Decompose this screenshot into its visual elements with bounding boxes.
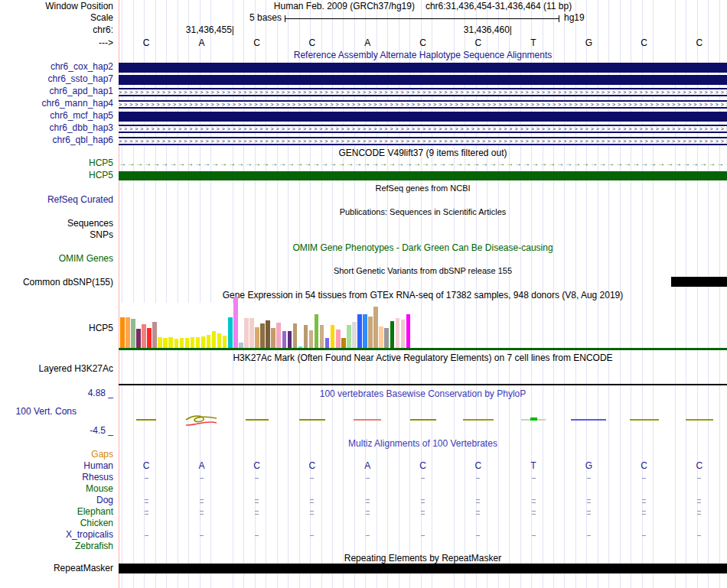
hcp5-exon-bar[interactable] (119, 171, 727, 180)
gtex-tissue-bar[interactable] (168, 337, 173, 348)
gtex-tissue-bar[interactable] (201, 336, 206, 348)
gtex-tissue-bar[interactable] (244, 318, 249, 348)
gtex-tissue-bar[interactable] (288, 331, 292, 348)
gencode-hcp5-bar-label[interactable]: HCP5 (0, 171, 113, 180)
multiz-species-label[interactable]: X_tropicalis (0, 530, 113, 540)
gencode-hcp5-arrow-label[interactable]: HCP5 (0, 158, 113, 168)
gtex-tissue-bar[interactable] (315, 314, 319, 348)
refseq-curated-label[interactable]: RefSeq Curated (0, 195, 113, 205)
gencode-section-title[interactable]: GENCODE V49lift37 (9 items filtered out) (119, 148, 727, 158)
publications-section-title[interactable]: Publications: Sequences in Scientific Ar… (119, 207, 727, 217)
althap-solid-bar[interactable] (119, 63, 727, 73)
multiz-species-label[interactable]: Chicken (0, 518, 113, 528)
gtex-tissue-bar[interactable] (174, 339, 179, 348)
althap-track-label[interactable]: chr6_mcf_hap5 (0, 111, 113, 121)
gtex-tissue-bar[interactable] (147, 328, 152, 348)
multiz-species-label[interactable]: Gaps (0, 450, 113, 460)
gtex-tissue-bar[interactable] (293, 323, 298, 348)
althap-track-label[interactable]: chr6_cox_hap2 (0, 62, 113, 72)
multiz-species-label[interactable]: Elephant (0, 507, 113, 517)
omim-genes-label[interactable]: OMIM Genes (0, 254, 113, 264)
gtex-tissue-bar[interactable] (266, 320, 270, 348)
gtex-tissue-bar[interactable] (271, 328, 275, 348)
dbsnp-variant-bar[interactable] (671, 277, 727, 287)
multiz-species-label[interactable]: Mouse (0, 484, 113, 494)
gtex-tissue-bar[interactable] (282, 331, 287, 348)
gtex-tissue-bar[interactable] (196, 337, 200, 348)
snps-label[interactable]: SNPs (0, 230, 113, 240)
althap-chevron-bar[interactable]: >>>>>>>>>>>>>>>>>>>>>>>>>>>>>>>>>>>>>>>>… (119, 100, 727, 109)
gtex-tissue-bar[interactable] (120, 317, 125, 348)
gtex-section-title[interactable]: Gene Expression in 54 tissues from GTEx … (119, 291, 727, 300)
gtex-tissue-bar[interactable] (152, 322, 157, 348)
common-dbsnp-label[interactable]: Common dbSNP(155) (0, 278, 113, 288)
gtex-tissue-bar[interactable] (347, 325, 351, 348)
sequences-label[interactable]: Sequences (0, 219, 113, 229)
refseq-section-title[interactable]: RefSeq genes from NCBI (119, 184, 727, 193)
repeatmasker-element-bar[interactable] (119, 564, 727, 573)
hcp5-intron-arrow-line[interactable]: →→→→→→→→→→→→→→→→→→→→→→→→→→→→→→→→→→→→→→→→… (119, 159, 727, 167)
gtex-tissue-bar[interactable] (217, 333, 222, 348)
gtex-tissue-bar[interactable] (325, 338, 330, 348)
multiz-species-label[interactable]: Zebrafish (0, 541, 113, 551)
gtex-tissue-bar[interactable] (357, 314, 362, 348)
h3k27ac-label[interactable]: Layered H3K27Ac (0, 364, 113, 374)
gtex-tissue-bar[interactable] (373, 307, 378, 348)
gtex-tissue-bar[interactable] (223, 336, 227, 348)
althap-track-label[interactable]: chr6_apd_hap1 (0, 86, 113, 96)
althap-section-title[interactable]: Reference Assembly Alternate Haplotype S… (119, 50, 727, 60)
gtex-tissue-bar[interactable] (309, 330, 314, 348)
gtex-tissue-bar[interactable] (260, 323, 265, 348)
gtex-tissue-bar[interactable] (384, 328, 389, 348)
multiz-species-label[interactable]: Rhesus (0, 473, 113, 482)
phylop-track-label[interactable]: 100 Vert. Cons (0, 407, 77, 417)
gtex-tissue-bar[interactable] (320, 325, 324, 348)
gtex-tissue-bar[interactable] (390, 321, 395, 348)
althap-solid-bar[interactable] (119, 112, 727, 122)
gtex-tissue-bar[interactable] (406, 314, 411, 348)
phylop-section-title[interactable]: 100 vertebrates Basewise Conservation by… (119, 389, 727, 399)
althap-solid-bar[interactable] (119, 75, 727, 85)
gtex-tissue-bar[interactable] (142, 324, 146, 348)
althap-track-label[interactable]: chr6_mann_hap4 (0, 99, 113, 109)
gtex-tissue-bar[interactable] (131, 319, 135, 348)
gtex-tissue-bar[interactable] (233, 297, 238, 348)
gtex-tissue-bar[interactable] (207, 335, 211, 348)
gtex-tissue-bar[interactable] (180, 338, 184, 348)
gtex-tissue-bar[interactable] (304, 325, 308, 348)
gtex-tissue-bar[interactable] (396, 318, 400, 348)
gtex-tissue-bar[interactable] (336, 330, 341, 348)
althap-chevron-bar[interactable]: >>>>>>>>>>>>>>>>>>>>>>>>>>>>>>>>>>>>>>>>… (119, 88, 727, 96)
gtex-tissue-bar[interactable] (331, 325, 335, 348)
multiz-species-label[interactable]: Dog (0, 495, 113, 505)
gtex-tissue-bar[interactable] (379, 326, 383, 348)
repeatmasker-section-title[interactable]: Repeating Elements by RepeatMasker (119, 554, 727, 564)
althap-track-label[interactable]: chr6_dbb_hap3 (0, 123, 113, 133)
gtex-tissue-bar[interactable] (158, 337, 162, 348)
gtex-tissue-bar[interactable] (363, 314, 367, 348)
gtex-tissue-bar[interactable] (276, 323, 281, 348)
gtex-tissue-bar[interactable] (228, 317, 233, 348)
gtex-tissue-bar[interactable] (136, 329, 141, 348)
gtex-tissue-bar[interactable] (341, 338, 346, 348)
multiz-section-title[interactable]: Multiz Alignments of 100 Vertebrates (119, 439, 727, 449)
gtex-tissue-bar[interactable] (185, 338, 190, 348)
gtex-tissue-bar[interactable] (352, 322, 357, 348)
althap-chevron-bar[interactable]: >>>>>>>>>>>>>>>>>>>>>>>>>>>>>>>>>>>>>>>>… (119, 137, 727, 145)
gtex-tissue-bar[interactable] (239, 343, 243, 348)
gtex-tissue-bar[interactable] (255, 327, 259, 348)
gtex-gene-label[interactable]: HCP5 (0, 323, 113, 333)
omim-section-title[interactable]: OMIM Gene Phenotypes - Dark Green Can Be… (119, 243, 727, 253)
althap-track-label[interactable]: chr6_ssto_hap7 (0, 74, 113, 84)
gtex-tissue-bar[interactable] (368, 317, 373, 348)
gtex-tissue-bar[interactable] (126, 317, 130, 348)
althap-track-label[interactable]: chr6_qbl_hap6 (0, 135, 113, 145)
gtex-tissue-bar[interactable] (401, 320, 406, 348)
althap-chevron-bar[interactable]: >>>>>>>>>>>>>>>>>>>>>>>>>>>>>>>>>>>>>>>>… (119, 125, 727, 133)
repeatmasker-label[interactable]: RepeatMasker (0, 564, 113, 573)
gtex-tissue-bar[interactable] (212, 331, 217, 348)
gtex-tissue-bar[interactable] (249, 318, 254, 348)
gtex-tissue-bar[interactable] (163, 338, 168, 348)
multiz-species-label[interactable]: Human (0, 461, 113, 471)
gtex-tissue-bar[interactable] (191, 337, 195, 348)
